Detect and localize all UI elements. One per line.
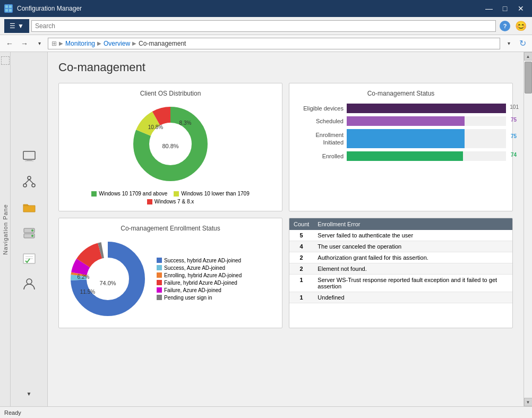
nav-dropdown-button[interactable]: ▾ <box>33 37 46 50</box>
legend-pending-signin: Pending user sign in <box>157 295 242 301</box>
bar-fill-eligible <box>347 104 506 113</box>
minimize-button[interactable]: — <box>482 3 496 14</box>
error-table-row: 5Server failed to authenticate the user <box>289 230 512 241</box>
scrollable-content: Co-management Client OS Distribution <box>48 52 524 406</box>
breadcrumb-root: ⊞ <box>52 40 57 47</box>
enrollment-inner: 74.0% 6.2% 11.5% Success, hybrid Azure A… <box>65 236 276 321</box>
svg-point-15 <box>31 235 33 237</box>
error-count-4: 1 <box>289 275 313 292</box>
svg-rect-0 <box>5 5 8 8</box>
user-button[interactable]: 😊 <box>514 19 528 33</box>
svg-rect-3 <box>9 9 12 12</box>
bar-value-eligible: 101 <box>510 104 519 110</box>
search-input[interactable] <box>31 20 496 32</box>
breadcrumb-overview[interactable]: Overview <box>104 40 130 47</box>
error-desc-1: The user canceled the operation <box>313 241 512 252</box>
sidebar-collapse-bar: Navigation Pane <box>0 52 11 406</box>
legend-label-success-hybrid: Success, hybrid Azure AD-joined <box>164 258 241 263</box>
bar-track-enrolled: 74 <box>347 151 506 161</box>
nav-icon-tasks[interactable] <box>18 248 40 270</box>
bar-label-enrolled: Enrolled <box>296 153 344 159</box>
legend-label-failure-azure: Failure, Azure AD-joined <box>164 287 221 293</box>
menu-icon: ☰ <box>10 22 15 30</box>
nav-icon-person[interactable] <box>18 273 40 295</box>
breadcrumb-current: Co-management <box>139 40 186 47</box>
comanagement-status-title: Co-management Status <box>296 90 506 97</box>
scrollbar: ▲ ▼ <box>524 52 532 406</box>
client-os-title: Client OS Distribution <box>65 90 276 97</box>
svg-line-11 <box>29 180 33 184</box>
help-button[interactable]: ? <box>498 19 512 33</box>
legend-dot-green <box>91 191 97 197</box>
nav-pane: ▼ <box>11 52 48 406</box>
svg-point-7 <box>28 176 31 180</box>
bar-row-eligible: Eligible devices 101 <box>296 104 506 113</box>
error-table-header-error: Enrollment Error <box>313 218 512 230</box>
svg-text:6.2%: 6.2% <box>78 274 90 280</box>
content-inner: Co-management Client OS Distribution <box>48 52 524 337</box>
legend-label-pending-signin: Pending user sign in <box>164 295 212 301</box>
svg-rect-4 <box>23 151 35 159</box>
close-button[interactable]: ✕ <box>514 3 528 14</box>
nav-icon-folder[interactable] <box>18 197 40 219</box>
maximize-button[interactable]: □ <box>498 3 512 14</box>
bar-track-enrollment: 75 <box>347 129 506 148</box>
content-with-scroll: Co-management Client OS Distribution <box>48 52 532 406</box>
scroll-up-button[interactable]: ▲ <box>524 52 533 61</box>
legend-failure-hybrid: Failure, hybrid Azure AD-joined <box>157 280 242 286</box>
svg-rect-1 <box>9 5 12 8</box>
error-table-body: 5Server failed to authenticate the user4… <box>289 230 512 303</box>
menu-button[interactable]: ☰ ▼ <box>4 19 29 33</box>
breadcrumb-sep-0: ▶ <box>59 40 63 46</box>
scroll-down-button[interactable]: ▼ <box>524 398 533 406</box>
svg-text:11.5%: 11.5% <box>80 289 95 295</box>
legend-label-failure-hybrid: Failure, hybrid Azure AD-joined <box>164 280 237 286</box>
legend-success-azure: Success, Azure AD-joined <box>157 265 242 271</box>
nav-icon-monitor[interactable] <box>18 146 40 168</box>
nav-pane-scroll-down[interactable]: ▼ <box>23 387 36 400</box>
forward-button[interactable]: → <box>18 37 31 50</box>
scroll-thumb[interactable] <box>525 62 532 93</box>
enrollment-status-card: Co-management Enrollment Status <box>58 218 282 328</box>
legend-failure-azure: Failure, Azure AD-joined <box>157 287 242 293</box>
bar-label-eligible: Eligible devices <box>296 105 344 112</box>
bar-fill-enrolled <box>347 151 463 161</box>
error-desc-4: Server WS-Trust response reported fault … <box>313 275 512 292</box>
error-count-2: 2 <box>289 252 313 263</box>
bar-label-enrollment: EnrollmentInitiated <box>296 131 344 147</box>
nav-icon-server[interactable] <box>18 222 40 244</box>
bar-row-enrollment: EnrollmentInitiated 75 <box>296 129 506 148</box>
menu-arrow: ▼ <box>18 22 24 30</box>
svg-rect-6 <box>25 160 33 161</box>
client-os-donut: 80.8% 8.3% 10.8% <box>128 101 213 186</box>
legend-dot-yellow <box>174 191 179 197</box>
client-os-legend: Windows 10 1709 and above Windows 10 low… <box>65 191 276 204</box>
legend-dot-red <box>147 199 152 204</box>
error-table-row: 1Undefined <box>289 292 512 303</box>
breadcrumb-monitoring[interactable]: Monitoring <box>65 40 95 47</box>
user-icon: 😊 <box>515 20 527 32</box>
cards-grid: Client OS Distribution <box>58 83 513 328</box>
legend-dot-orange <box>157 272 162 278</box>
back-button[interactable]: ← <box>3 37 16 50</box>
client-os-donut-container: 80.8% 8.3% 10.8% Windows 10 1709 and abo… <box>65 101 276 204</box>
nav-bar: ← → ▾ ⊞ ▶ Monitoring ▶ Overview ▶ Co-man… <box>0 35 532 52</box>
page-title: Co-management <box>58 61 513 74</box>
error-table-row: 2Element not found. <box>289 263 512 275</box>
bar-label-scheduled: Scheduled <box>296 118 344 124</box>
error-table-header-count: Count <box>289 218 313 230</box>
error-table-row: 1Server WS-Trust response reported fault… <box>289 275 512 292</box>
legend-label-win7: Windows 7 & 8.x <box>155 199 194 204</box>
legend-dot-blue <box>157 258 162 263</box>
error-table-row: 2Authorization grant failed for this ass… <box>289 252 512 263</box>
legend-success-hybrid: Success, hybrid Azure AD-joined <box>157 258 242 263</box>
refresh-button[interactable]: ↻ <box>516 37 529 50</box>
error-desc-3: Element not found. <box>313 263 512 275</box>
bar-row-enrolled: Enrolled 74 <box>296 151 506 161</box>
svg-rect-5 <box>27 159 32 160</box>
legend-win10-below: Windows 10 lower than 1709 <box>174 191 249 197</box>
selection-indicator <box>1 56 10 65</box>
nav-icon-network[interactable] <box>18 171 40 193</box>
breadcrumb: ⊞ ▶ Monitoring ▶ Overview ▶ Co-managemen… <box>48 38 500 49</box>
breadcrumb-dropdown-button[interactable]: ▾ <box>502 37 515 50</box>
